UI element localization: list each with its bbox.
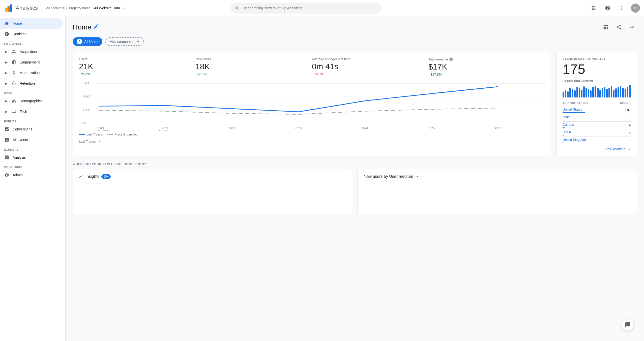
- apps-button[interactable]: [589, 3, 599, 13]
- legend-line-current: [79, 134, 85, 135]
- insights-label: Insights: [85, 174, 99, 179]
- demographics-icon: [11, 98, 17, 104]
- sidebar-item-realtime[interactable]: Realtime: [0, 29, 63, 39]
- bar: [576, 87, 578, 97]
- bar: [622, 88, 624, 97]
- info-icon: [449, 57, 453, 61]
- bar: [567, 91, 569, 97]
- country-name: Spain: [563, 130, 571, 135]
- source-section-label: WHERE DO YOUR NEW USERS COME FROM?: [73, 162, 637, 166]
- share-button[interactable]: [614, 22, 624, 32]
- bottom-row: Insights 10+ New users by User medium: [73, 169, 637, 214]
- country-row: United Kingdom 4: [563, 137, 631, 144]
- country-bar: [563, 112, 585, 113]
- realtime-label: USERS IN LAST 30 MINUTES: [563, 57, 631, 60]
- arrow-right-icon: →: [627, 147, 631, 151]
- svg-text:6K: 6K: [82, 81, 91, 85]
- breadcrumb-all-accounts[interactable]: All Accounts: [46, 6, 64, 10]
- add-comparison-button[interactable]: Add comparison +: [105, 37, 144, 46]
- engagement-change-value: 19.5%: [314, 72, 324, 76]
- svg-rect-2: [10, 4, 12, 12]
- users-value: 21K: [79, 62, 190, 71]
- page-title-row: Home: [73, 22, 637, 32]
- country-users: 9: [629, 123, 631, 127]
- country-row: United States 107: [563, 107, 631, 114]
- sidebar-conversions-label: Conversions: [13, 127, 32, 131]
- sidebar-item-retention[interactable]: ▶ Retention: [0, 78, 63, 89]
- home-icon: [4, 21, 10, 26]
- bar: [606, 89, 608, 97]
- chart-legend: Last 7 days Preceding period: [79, 133, 545, 136]
- chat-icon: [625, 322, 631, 328]
- edit-page-icon[interactable]: [94, 24, 99, 31]
- analytics-view-button[interactable]: [627, 22, 637, 32]
- admin-icon: [4, 172, 10, 178]
- country-bar: [563, 127, 565, 128]
- new-users-change: ↑ 28.1%: [195, 72, 307, 76]
- bar: [613, 90, 614, 97]
- realtime-card: USERS IN LAST 30 MINUTES 175 USERS PER M…: [556, 52, 637, 156]
- svg-text:2K: 2K: [82, 108, 91, 112]
- svg-text:04: 04: [362, 126, 368, 130]
- new-users-header[interactable]: New users by User medium: [364, 174, 631, 179]
- bar: [629, 85, 631, 97]
- logo-icon: [4, 4, 13, 13]
- sidebar-demographics-label: Demographics: [20, 99, 42, 103]
- sidebar-item-admin[interactable]: Admin: [0, 170, 63, 180]
- search-bar[interactable]: [230, 3, 382, 14]
- revenue-label: Total revenue: [428, 57, 540, 61]
- bar: [602, 88, 603, 97]
- bar: [563, 92, 564, 97]
- top-countries-header-label: TOP COUNTRIES: [563, 101, 588, 105]
- new-users-change-value: 28.1%: [198, 72, 207, 76]
- sidebar-item-demographics[interactable]: ▶ Demographics: [0, 96, 63, 106]
- section-label-configure: CONFIGURE: [0, 163, 65, 170]
- chart-area: 6K 4K 2K 0 30 Sep 01: [79, 80, 545, 131]
- table-view-button[interactable]: [601, 22, 611, 32]
- property-selector[interactable]: All Website Data: [94, 6, 126, 10]
- sidebar-item-engagement[interactable]: ▶ Engagement: [0, 57, 63, 67]
- sidebar-acquisition-label: Acquisition: [20, 50, 37, 54]
- svg-text:06: 06: [495, 126, 502, 130]
- filter-bar: A All Users Add comparison +: [73, 37, 637, 46]
- per-minute-label: USERS PER MINUTE: [563, 80, 631, 83]
- all-users-chip[interactable]: A All Users: [73, 37, 102, 46]
- users-change-value: 24.4%: [81, 72, 91, 76]
- bar: [572, 89, 573, 97]
- bar: [565, 90, 566, 97]
- help-button[interactable]: [603, 3, 613, 13]
- view-realtime-button[interactable]: View realtime →: [563, 147, 631, 151]
- sidebar-item-acquisition[interactable]: ▶ Acquisition: [0, 46, 63, 57]
- sidebar-item-tech[interactable]: ▶ Tech: [0, 106, 63, 117]
- legend-current-label: Last 7 days: [86, 133, 102, 136]
- country-users: 107: [625, 108, 631, 112]
- country-bar: [563, 135, 564, 135]
- section-label-user: USER: [0, 89, 65, 96]
- avatar[interactable]: U: [631, 4, 640, 13]
- legend-line-preceding: [107, 134, 113, 135]
- down-arrow-icon: ↓: [312, 72, 314, 76]
- sidebar-tech-label: Tech: [20, 110, 27, 114]
- country-name: United States: [563, 108, 585, 113]
- chevron-down-icon: [122, 6, 126, 10]
- breadcrumb-separator: >: [66, 6, 68, 10]
- metric-engagement: Average engagement time 0m 41s ↓ 19.5%: [312, 57, 428, 76]
- search-input[interactable]: [242, 6, 378, 10]
- bar: [581, 90, 582, 97]
- chat-button[interactable]: [622, 319, 634, 331]
- sidebar-item-home[interactable]: Home: [0, 18, 63, 29]
- sidebar-item-monetization[interactable]: ▶ Monetization: [0, 67, 63, 78]
- more-button[interactable]: [617, 3, 627, 13]
- sidebar-item-analysis[interactable]: Analysis: [0, 152, 63, 163]
- app-name: Analytics: [16, 5, 38, 11]
- topbar: Analytics All Accounts > Property name A…: [0, 0, 644, 16]
- sidebar-item-all-events[interactable]: All events: [0, 134, 63, 145]
- bar: [620, 86, 621, 97]
- section-label-events: EVENTS: [0, 117, 65, 124]
- date-range-button[interactable]: Last 7 days: [79, 139, 101, 143]
- sidebar-item-conversions[interactable]: Conversions: [0, 124, 63, 134]
- expand-icon: ▶: [4, 99, 8, 103]
- engagement-change: ↓ 19.5%: [312, 72, 423, 76]
- metrics-card: Users 21K ↑ 24.4% New users 18K ↑ 28.1%: [73, 52, 551, 156]
- revenue-change-value: 117.6%: [431, 73, 442, 76]
